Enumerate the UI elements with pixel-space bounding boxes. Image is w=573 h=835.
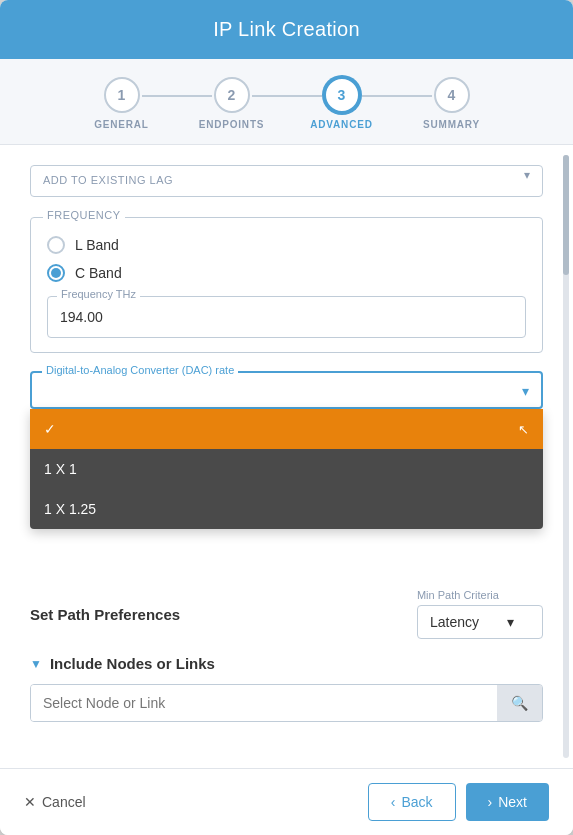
cursor-icon: ↖: [518, 422, 529, 437]
frequency-section: FREQUENCY L Band C Band Frequency THz: [30, 217, 543, 353]
step-4-circle: 4: [434, 77, 470, 113]
radio-l-band[interactable]: L Band: [47, 236, 526, 254]
path-prefs-row: Set Path Preferences Min Path Criteria L…: [30, 589, 543, 639]
cancel-label: Cancel: [42, 794, 86, 810]
min-path-arrow: ▾: [507, 614, 514, 630]
min-path-select[interactable]: Latency ▾: [417, 605, 543, 639]
radio-c-band-dot: [51, 268, 61, 278]
include-nodes-header[interactable]: ▼ Include Nodes or Links: [30, 655, 543, 672]
frequency-input-field: Frequency THz: [47, 296, 526, 338]
next-label: Next: [498, 794, 527, 810]
lag-dropdown-arrow: ▾: [524, 168, 530, 182]
scrollbar-track[interactable]: [563, 155, 569, 758]
step-2[interactable]: 2 ENDPOINTS: [177, 77, 287, 130]
search-button[interactable]: 🔍: [497, 685, 542, 721]
modal-header: IP Link Creation: [0, 0, 573, 59]
lag-dropdown[interactable]: Add to existing LAG ▾: [30, 165, 543, 197]
back-button[interactable]: ‹ Back: [368, 783, 456, 821]
step-1-circle: 1: [104, 77, 140, 113]
step-3-label: ADVANCED: [310, 119, 372, 130]
cancel-button[interactable]: ✕ Cancel: [24, 794, 86, 810]
step-4[interactable]: 4 SUMMARY: [397, 77, 507, 130]
dac-label-box[interactable]: Digital-to-Analog Converter (DAC) rate ▾: [30, 371, 543, 409]
lag-label: Add to existing LAG: [43, 174, 173, 186]
node-link-search-input[interactable]: [31, 685, 497, 721]
modal-footer: ✕ Cancel ‹ Back › Next: [0, 768, 573, 835]
radio-c-band-label: C Band: [75, 265, 122, 281]
chevron-left-icon: ‹: [391, 794, 396, 810]
modal-body: Add to existing LAG ▾ FREQUENCY L Band C…: [0, 145, 573, 768]
chevron-right-icon: ›: [488, 794, 493, 810]
min-path-criteria-label: Min Path Criteria: [417, 589, 543, 601]
min-path-value: Latency: [430, 614, 479, 630]
dac-check-icon: ✓: [44, 421, 56, 437]
x-icon: ✕: [24, 794, 36, 810]
frequency-radio-group: L Band C Band: [47, 236, 526, 282]
modal-title: IP Link Creation: [213, 18, 360, 40]
step-2-circle: 2: [214, 77, 250, 113]
dac-dropdown-container: Digital-to-Analog Converter (DAC) rate ▾…: [30, 371, 543, 409]
back-label: Back: [401, 794, 432, 810]
dac-option-1x1[interactable]: 1 X 1: [30, 449, 543, 489]
dac-option-blank[interactable]: ✓ ↖: [30, 409, 543, 449]
frequency-input-label: Frequency THz: [57, 288, 140, 300]
min-path-wrapper: Min Path Criteria Latency ▾: [417, 589, 543, 639]
triangle-down-icon: ▼: [30, 657, 42, 671]
step-4-label: SUMMARY: [423, 119, 480, 130]
dac-option-1x1-label: 1 X 1: [44, 461, 77, 477]
step-1[interactable]: 1 GENERAL: [67, 77, 177, 130]
steps-bar: 1 GENERAL 2 ENDPOINTS 3 ADVANCED 4 SUMMA…: [0, 59, 573, 145]
include-nodes-label: Include Nodes or Links: [50, 655, 215, 672]
radio-c-band-circle: [47, 264, 65, 282]
step-3[interactable]: 3 ADVANCED: [287, 77, 397, 130]
dac-dropdown-arrow: ▾: [522, 383, 529, 399]
step-1-label: GENERAL: [94, 119, 149, 130]
lag-field-group: Add to existing LAG ▾: [30, 165, 543, 197]
frequency-input[interactable]: [47, 296, 526, 338]
search-input-row: 🔍: [30, 684, 543, 722]
scrollbar-thumb[interactable]: [563, 155, 569, 275]
dac-label: Digital-to-Analog Converter (DAC) rate: [42, 364, 238, 376]
search-icon: 🔍: [511, 695, 528, 711]
include-nodes-section: ▼ Include Nodes or Links 🔍: [30, 655, 543, 722]
path-prefs-label: Set Path Preferences: [30, 606, 180, 623]
frequency-section-label: FREQUENCY: [43, 209, 125, 221]
radio-l-band-circle: [47, 236, 65, 254]
step-3-circle: 3: [324, 77, 360, 113]
step-2-label: ENDPOINTS: [199, 119, 265, 130]
dac-option-1x125[interactable]: 1 X 1.25: [30, 489, 543, 529]
radio-c-band[interactable]: C Band: [47, 264, 526, 282]
next-button[interactable]: › Next: [466, 783, 549, 821]
modal-container: IP Link Creation 1 GENERAL 2 ENDPOINTS 3…: [0, 0, 573, 835]
footer-right: ‹ Back › Next: [368, 783, 549, 821]
dac-option-1x125-label: 1 X 1.25: [44, 501, 96, 517]
radio-l-band-label: L Band: [75, 237, 119, 253]
dac-dropdown-list: ✓ ↖ 1 X 1 1 X 1.25: [30, 409, 543, 529]
